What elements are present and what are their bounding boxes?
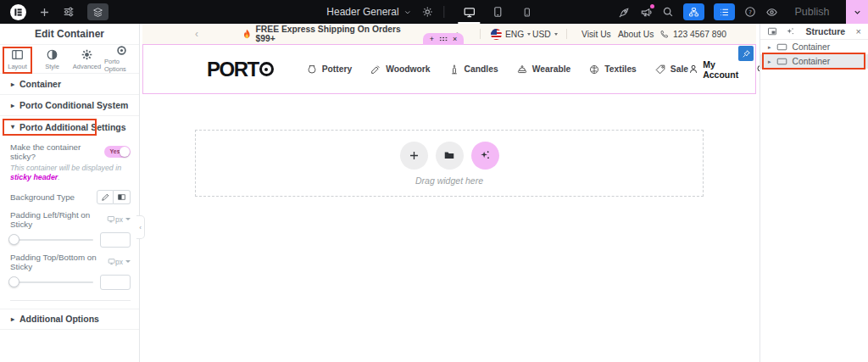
language-value: ENG xyxy=(505,30,524,39)
device-desktop-button[interactable] xyxy=(455,0,484,24)
publish-options-button[interactable] xyxy=(846,0,868,24)
structure-item-container-2[interactable]: ▸ Container xyxy=(760,54,868,69)
preview-button[interactable] xyxy=(765,6,778,19)
nav-item-woodwork[interactable]: Woodwork xyxy=(370,64,430,75)
padding-lr-slider[interactable] xyxy=(10,239,93,241)
finder-search-button[interactable] xyxy=(662,6,674,18)
publish-button[interactable]: Publish xyxy=(787,0,837,24)
element-manager-button[interactable] xyxy=(63,6,75,18)
template-library-button[interactable] xyxy=(436,142,464,170)
padding-tb-slider-knob[interactable] xyxy=(8,276,19,287)
padding-tb-unit-select[interactable]: px xyxy=(115,258,131,266)
responsive-desktop-icon[interactable] xyxy=(107,214,115,224)
porto-logo[interactable]: PORT xyxy=(207,58,274,81)
phone-icon xyxy=(659,30,669,39)
currency-select[interactable]: USD xyxy=(532,24,558,44)
caret-right-icon[interactable]: ▸ xyxy=(768,44,771,51)
brush-icon xyxy=(101,192,110,202)
delete-container-button[interactable]: × xyxy=(453,33,457,45)
device-tablet-button[interactable] xyxy=(484,0,513,24)
document-settings-button[interactable] xyxy=(422,6,434,18)
caret-down-icon xyxy=(125,218,131,220)
close-structure-button[interactable]: × xyxy=(856,26,861,36)
section-additional-options[interactable]: ▸ Additional Options xyxy=(0,309,139,330)
phone-contact[interactable]: 123 4567 890 xyxy=(659,24,726,44)
background-classic-button[interactable] xyxy=(97,190,114,204)
checklist-button[interactable] xyxy=(683,3,704,20)
section-container[interactable]: ▸ Container xyxy=(0,74,139,95)
padding-lr-slider-knob[interactable] xyxy=(8,234,19,245)
launchpad-button[interactable] xyxy=(618,6,631,19)
tab-advanced[interactable]: Advanced xyxy=(70,45,104,73)
section-porto-conditional[interactable]: ▸ Porto Conditional System xyxy=(0,95,139,116)
drag-container-handle[interactable] xyxy=(439,36,448,42)
tab-porto-options[interactable]: Porto Options xyxy=(104,45,139,73)
dock-panel-icon[interactable] xyxy=(767,26,777,36)
tab-layout[interactable]: Layout xyxy=(0,45,35,73)
padding-lr-input[interactable] xyxy=(100,232,131,248)
panel-collapse-handle[interactable]: ‹ xyxy=(136,215,145,239)
tab-label: Porto Options xyxy=(104,58,139,73)
topbar-divider xyxy=(444,6,445,18)
nav-label: Woodwork xyxy=(386,64,430,74)
porto-logo-o xyxy=(259,62,274,76)
caret-down-icon xyxy=(554,33,558,36)
nav-item-wearable[interactable]: Wearable xyxy=(516,64,571,75)
nav-item-pottery[interactable]: Pottery xyxy=(306,64,352,75)
structure-item-label: Container xyxy=(793,57,831,66)
caret-down-icon xyxy=(125,260,131,263)
unit-label: px xyxy=(115,215,123,224)
background-gradient-button[interactable] xyxy=(114,190,131,204)
structure-toggle-button[interactable] xyxy=(87,3,108,20)
candles-icon xyxy=(448,64,460,75)
about-us-link[interactable]: About Us xyxy=(618,24,654,44)
chevron-down-icon xyxy=(404,8,412,16)
caret-right-icon[interactable]: ▸ xyxy=(768,58,771,65)
gradient-icon xyxy=(117,192,126,202)
sticky-header-link[interactable]: sticky header xyxy=(10,173,58,181)
section-porto-additional[interactable]: ▾ Porto Additional Settings xyxy=(0,116,139,137)
navigator-list-button[interactable] xyxy=(714,3,735,20)
document-switcher[interactable]: Header General xyxy=(326,6,411,18)
add-container-button[interactable]: + xyxy=(430,33,434,45)
document-title: Header General xyxy=(326,6,398,18)
padding-lr-unit-select[interactable]: px xyxy=(115,215,131,224)
sticky-toggle[interactable]: Yes xyxy=(104,146,131,158)
ai-builder-button[interactable] xyxy=(471,142,499,170)
announcement-prev-button[interactable]: ‹ xyxy=(195,24,198,44)
elementor-logo[interactable] xyxy=(10,4,26,20)
padding-tb-slider[interactable] xyxy=(10,281,93,283)
add-widget-button[interactable] xyxy=(400,142,428,170)
container-edit-handle[interactable]: + × xyxy=(423,33,464,45)
widget-dropzone[interactable]: Drag widget here xyxy=(195,130,704,197)
help-button[interactable]: ? xyxy=(744,6,756,18)
ai-sparkle-icon[interactable] xyxy=(785,26,795,36)
tab-style[interactable]: Style xyxy=(35,45,70,73)
padding-lr-label: Padding Left/Right on Sticky xyxy=(10,210,115,229)
language-select[interactable]: ENG xyxy=(491,24,531,44)
notification-dot xyxy=(650,4,654,8)
section-label: Container xyxy=(19,79,61,89)
tab-label: Layout xyxy=(8,63,27,70)
ai-sparkle-icon xyxy=(479,149,491,161)
elementor-logo-icon xyxy=(14,8,23,17)
panel-title: Edit Container xyxy=(0,24,139,45)
responsive-desktop-icon[interactable] xyxy=(108,257,115,266)
container-icon xyxy=(776,57,787,66)
editor-canvas: ‹ FREE Express Shipping On Orders $99+ ›… xyxy=(140,24,760,362)
nav-item-textiles[interactable]: Textiles xyxy=(588,64,637,75)
padding-lr-text: Padding Left/Right on Sticky xyxy=(10,210,103,229)
nav-item-sale[interactable]: Sale xyxy=(654,64,688,75)
add-element-button[interactable] xyxy=(39,7,50,18)
padding-tb-input[interactable] xyxy=(100,275,131,290)
device-mobile-button[interactable] xyxy=(513,0,542,24)
porto-options-icon xyxy=(115,45,128,56)
nav-item-candles[interactable]: Candles xyxy=(448,64,498,75)
my-account-link[interactable]: My Account xyxy=(688,59,743,80)
structure-panel: Structure × ▸ Container ▸ Container xyxy=(760,24,868,362)
whats-new-button[interactable] xyxy=(640,6,653,19)
structure-item-container-1[interactable]: ▸ Container xyxy=(760,40,868,54)
visit-us-link[interactable]: Visit Us xyxy=(581,24,611,44)
user-icon xyxy=(688,63,698,75)
sticky-pin-button[interactable] xyxy=(738,46,754,61)
